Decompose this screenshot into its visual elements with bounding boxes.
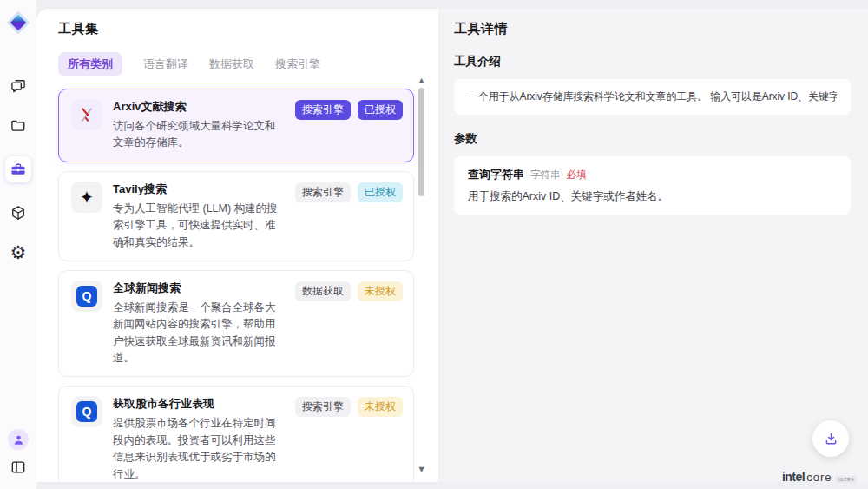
tool-title: 获取股市各行业表现 bbox=[113, 396, 285, 412]
status-badge: 已授权 bbox=[358, 182, 403, 202]
category-badge: 搜索引擎 bbox=[295, 182, 351, 202]
details-title: 工具详情 bbox=[454, 21, 851, 37]
settings-gear-icon[interactable]: ⚙ bbox=[9, 243, 28, 262]
tab-data-acquisition[interactable]: 数据获取 bbox=[209, 52, 254, 76]
intel-core-logo: intel core ULTRA bbox=[782, 470, 857, 484]
q-logo-icon: Q bbox=[71, 281, 102, 312]
tool-list-panel: 工具集 所有类别 语言翻译 数据获取 搜索引擎 Arxiv文献搜索 访问各个研究… bbox=[36, 9, 438, 482]
tool-card-global-news[interactable]: Q 全球新闻搜索 全球新闻搜索是一个聚合全球各大新闻网站内容的搜索引擎，帮助用户… bbox=[58, 270, 414, 378]
tool-card-tavily[interactable]: ✦ Tavily搜索 专为人工智能代理 (LLM) 构建的搜索引擎工具，可快速提… bbox=[58, 171, 414, 261]
status-badge: 未授权 bbox=[358, 281, 403, 301]
category-badge: 数据获取 bbox=[295, 281, 351, 301]
sparkle-icon: ✦ bbox=[71, 182, 102, 213]
tool-list: Arxiv文献搜索 访问各个研究领域大量科学论文和文章的存储库。 搜索引擎 已授… bbox=[58, 89, 414, 482]
app-logo-icon bbox=[6, 10, 30, 35]
tool-description: 全球新闻搜索是一个聚合全球各大新闻网站内容的搜索引擎，帮助用户快速获取全球最新资… bbox=[113, 300, 285, 367]
tool-description: 提供股票市场各个行业在特定时间段内的表现。投资者可以利用这些信息来识别表现优于或… bbox=[113, 415, 285, 482]
param-card: 查询字符串 字符串 必填 用于搜索的Arxiv ID、关键字或作者姓名。 bbox=[454, 156, 851, 215]
param-type: 字符串 bbox=[530, 169, 561, 182]
scroll-down-arrow[interactable]: ▼ bbox=[418, 466, 425, 473]
toolbox-icon[interactable] bbox=[5, 156, 31, 182]
scroll-up-arrow[interactable]: ▲ bbox=[418, 76, 425, 84]
tool-title: Tavily搜索 bbox=[113, 182, 285, 197]
intro-text: 一个用于从Arxiv存储库搜索科学论文和文章的工具。 输入可以是Arxiv ID… bbox=[468, 89, 837, 104]
download-icon bbox=[823, 431, 839, 447]
tab-language-translation[interactable]: 语言翻译 bbox=[143, 52, 188, 76]
category-badge: 搜索引擎 bbox=[295, 397, 351, 417]
arxiv-logo-icon bbox=[71, 99, 102, 130]
chat-icon[interactable] bbox=[9, 76, 28, 96]
status-badge: 已授权 bbox=[358, 100, 403, 120]
cube-icon[interactable] bbox=[9, 203, 28, 222]
ultra-badge: ULTRA bbox=[835, 476, 857, 483]
tool-details-panel: 工具详情 工具介绍 一个用于从Arxiv存储库搜索科学论文和文章的工具。 输入可… bbox=[438, 9, 868, 482]
param-description: 用于搜索的Arxiv ID、关键字或作者姓名。 bbox=[468, 189, 837, 204]
tool-description: 专为人工智能代理 (LLM) 构建的搜索引擎工具，可快速提供实时、准确和真实的结… bbox=[113, 201, 285, 251]
param-name: 查询字符串 bbox=[468, 167, 524, 182]
tab-all-categories[interactable]: 所有类别 bbox=[58, 52, 122, 76]
list-scrollbar[interactable]: ▲ ▼ bbox=[418, 76, 425, 473]
folder-icon[interactable] bbox=[9, 116, 28, 135]
q-logo-icon: Q bbox=[71, 396, 102, 427]
tool-title: 全球新闻搜索 bbox=[113, 281, 285, 296]
category-badge: 搜索引擎 bbox=[295, 100, 351, 120]
page-title: 工具集 bbox=[58, 21, 438, 37]
category-tabs: 所有类别 语言翻译 数据获取 搜索引擎 bbox=[58, 52, 438, 76]
download-button[interactable] bbox=[812, 420, 849, 457]
tool-description: 访问各个研究领域大量科学论文和文章的存储库。 bbox=[113, 118, 285, 152]
tool-card-arxiv[interactable]: Arxiv文献搜索 访问各个研究领域大量科学论文和文章的存储库。 搜索引擎 已授… bbox=[58, 89, 414, 162]
params-heading: 参数 bbox=[454, 131, 851, 147]
tab-search-engine[interactable]: 搜索引擎 bbox=[275, 52, 320, 76]
param-required-badge: 必填 bbox=[567, 169, 587, 182]
tool-card-sector-performance[interactable]: Q 获取股市各行业表现 提供股票市场各个行业在特定时间段内的表现。投资者可以利用… bbox=[58, 386, 414, 482]
user-avatar[interactable] bbox=[8, 429, 29, 450]
intro-card: 一个用于从Arxiv存储库搜索科学论文和文章的工具。 输入可以是Arxiv ID… bbox=[454, 79, 851, 115]
intro-heading: 工具介绍 bbox=[454, 54, 851, 69]
tool-title: Arxiv文献搜索 bbox=[113, 99, 285, 115]
panel-toggle-icon[interactable] bbox=[9, 458, 28, 477]
status-badge: 未授权 bbox=[358, 397, 403, 417]
left-sidebar: ⚙ bbox=[0, 0, 36, 489]
scrollbar-thumb[interactable] bbox=[418, 88, 424, 196]
